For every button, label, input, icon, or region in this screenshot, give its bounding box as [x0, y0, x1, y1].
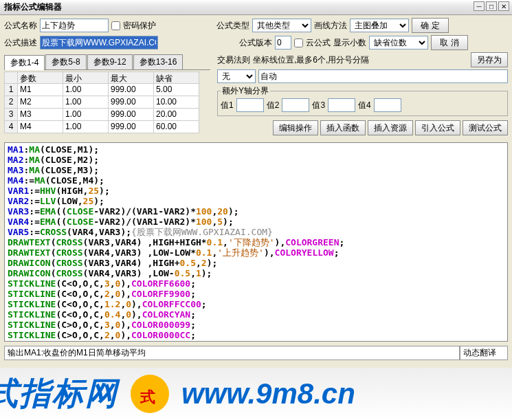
- param-tabs: 参数1-4 参数5-8 参数9-12 参数13-16: [4, 54, 210, 70]
- tab-params-1-4[interactable]: 参数1-4: [4, 55, 45, 70]
- close-icon[interactable]: ✕: [498, 1, 509, 11]
- formula-ver-label: 公式版本: [239, 37, 272, 49]
- save-as-button[interactable]: 另存为: [471, 52, 508, 67]
- code-editor[interactable]: MA1:MA(CLOSE,M1); MA2:MA(CLOSE,M2); MA3:…: [4, 142, 508, 342]
- cloud-label: 云公式: [306, 37, 331, 49]
- trade-rule-select[interactable]: 无: [217, 69, 256, 83]
- draw-method-label: 画线方法: [314, 20, 347, 32]
- banner-text-2: www.9m8.cn: [181, 377, 355, 410]
- pwd-protect-label: 密码保护: [123, 20, 156, 32]
- val4-input[interactable]: [374, 98, 401, 112]
- test-formula-button[interactable]: 测试公式: [463, 120, 508, 135]
- tab-params-5-8[interactable]: 参数5-8: [45, 54, 86, 69]
- show-dec-label: 显示小数: [333, 37, 366, 49]
- val2-input[interactable]: [282, 98, 309, 112]
- edit-op-button[interactable]: 编辑操作: [273, 120, 318, 135]
- banner-text-1: 式指标网: [0, 373, 118, 415]
- param-grid: 参数 最小 最大 缺省 1M11.00999.005.00 2M21.00999…: [4, 71, 210, 133]
- tab-params-9-12[interactable]: 参数9-12: [87, 54, 133, 69]
- coord-hint-label: 坐标线位置,最多6个,用分号分隔: [253, 54, 468, 66]
- formula-type-select[interactable]: 其他类型: [252, 19, 311, 32]
- cloud-checkbox[interactable]: [294, 38, 303, 47]
- show-dec-select[interactable]: 缺省位数: [369, 36, 428, 49]
- extra-y-fieldset: 额外Y轴分界 值1 值2 值3 值4: [217, 85, 508, 116]
- coord-input[interactable]: [258, 69, 508, 83]
- formula-desc-label: 公式描述: [4, 37, 37, 49]
- pwd-protect-checkbox[interactable]: [111, 21, 120, 30]
- cancel-button[interactable]: 取 消: [431, 35, 468, 50]
- tab-params-13-16[interactable]: 参数13-16: [133, 54, 183, 69]
- formula-desc-input[interactable]: [40, 36, 158, 49]
- minimize-icon[interactable]: ─: [474, 1, 485, 11]
- trade-rule-label: 交易法则: [217, 54, 250, 66]
- formula-name-label: 公式名称: [4, 20, 37, 32]
- window-title: 指标公式编辑器: [4, 1, 62, 13]
- logo-icon: [131, 375, 169, 413]
- title-bar: 指标公式编辑器 ─ □ ✕: [0, 0, 512, 15]
- import-formula-button[interactable]: 引入公式: [415, 120, 460, 135]
- insert-fn-button[interactable]: 插入函数: [320, 120, 366, 135]
- formula-name-input[interactable]: [40, 19, 109, 32]
- val1-input[interactable]: [236, 98, 264, 112]
- formula-ver-input[interactable]: [275, 36, 291, 49]
- status-text: 输出MA1:收盘价的M1日简单移动平均: [4, 346, 460, 360]
- val3-input[interactable]: [328, 98, 355, 112]
- auto-translate-label: 动态翻译: [460, 346, 508, 360]
- maximize-icon[interactable]: □: [486, 1, 497, 11]
- draw-method-select[interactable]: 主图叠加: [350, 19, 409, 32]
- ok-button[interactable]: 确 定: [412, 18, 449, 33]
- insert-res-button[interactable]: 插入资源: [368, 120, 413, 135]
- footer-banner: 式指标网 www.9m8.cn: [0, 368, 512, 420]
- formula-type-label: 公式类型: [216, 20, 249, 32]
